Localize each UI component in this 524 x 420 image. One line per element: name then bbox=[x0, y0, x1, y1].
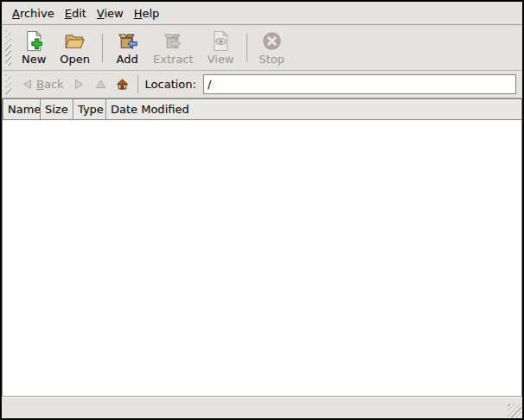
column-header-label: Date Modified bbox=[111, 103, 189, 116]
up-button[interactable] bbox=[90, 75, 112, 93]
main-toolbar: New Open Add bbox=[2, 25, 522, 71]
extract-icon bbox=[163, 29, 184, 53]
file-list-panel: Name Size Type Date Modified bbox=[2, 99, 522, 396]
menu-help[interactable]: Help bbox=[129, 3, 165, 23]
back-button[interactable]: Back bbox=[16, 75, 68, 93]
add-files-icon bbox=[117, 29, 138, 53]
column-header-type[interactable]: Type bbox=[73, 99, 106, 120]
arrow-left-icon bbox=[21, 78, 34, 91]
navbar-separator bbox=[137, 75, 138, 93]
column-header-label: Size bbox=[45, 103, 68, 116]
home-button[interactable] bbox=[112, 75, 133, 93]
navbar-drag-handle[interactable] bbox=[5, 74, 11, 94]
extract-button-label: Extract bbox=[153, 53, 194, 67]
archive-manager-window: Archive Edit View Help New bbox=[0, 0, 524, 420]
menu-edit-label: dit bbox=[72, 7, 86, 20]
toolbar-separator bbox=[102, 34, 103, 62]
column-header-label: Type bbox=[78, 103, 104, 116]
extract-button[interactable]: Extract bbox=[146, 28, 201, 68]
menu-view-label: iew bbox=[104, 7, 123, 20]
stop-icon bbox=[261, 29, 283, 53]
new-button[interactable]: New bbox=[15, 28, 53, 68]
menu-bar: Archive Edit View Help bbox=[2, 2, 522, 25]
location-input[interactable] bbox=[203, 74, 516, 94]
menu-edit[interactable]: Edit bbox=[60, 3, 92, 23]
back-button-label: Back bbox=[36, 78, 64, 91]
menu-archive[interactable]: Archive bbox=[7, 3, 60, 23]
toolbar-separator bbox=[246, 34, 247, 62]
forward-button[interactable] bbox=[68, 75, 90, 93]
stop-button[interactable]: Stop bbox=[252, 28, 292, 68]
menu-archive-label: A bbox=[12, 7, 20, 20]
column-header-size[interactable]: Size bbox=[40, 99, 73, 120]
menu-help-label: elp bbox=[142, 7, 159, 20]
navigation-bar: Back Location: bbox=[2, 71, 522, 99]
column-header-date-modified[interactable]: Date Modified bbox=[105, 99, 272, 120]
arrow-right-icon bbox=[73, 78, 86, 91]
view-file-icon bbox=[210, 29, 232, 53]
arrow-up-icon bbox=[94, 78, 107, 91]
column-header-row: Name Size Type Date Modified bbox=[3, 99, 521, 120]
column-header-name[interactable]: Name bbox=[3, 99, 41, 120]
add-button-label: Add bbox=[117, 53, 138, 67]
open-archive-icon bbox=[64, 29, 86, 53]
add-button[interactable]: Add bbox=[108, 28, 146, 68]
column-header-filler bbox=[271, 99, 521, 120]
open-button-label: Open bbox=[60, 53, 90, 67]
menu-view[interactable]: View bbox=[92, 3, 129, 23]
stop-button-label: Stop bbox=[259, 53, 285, 67]
column-header-label: Name bbox=[8, 103, 41, 116]
open-button[interactable]: Open bbox=[53, 28, 97, 68]
menu-archive-label: rchive bbox=[20, 7, 54, 20]
menu-edit-label: E bbox=[65, 7, 72, 20]
home-icon bbox=[116, 78, 129, 91]
status-bar bbox=[2, 396, 522, 418]
resize-grip[interactable] bbox=[508, 404, 521, 417]
new-archive-icon bbox=[23, 29, 45, 53]
toolbar-drag-handle[interactable] bbox=[5, 30, 11, 66]
file-list-viewport[interactable] bbox=[3, 120, 521, 396]
view-button-label: View bbox=[208, 53, 234, 67]
location-label: Location: bbox=[145, 78, 196, 91]
new-button-label: New bbox=[22, 53, 46, 67]
view-button[interactable]: View bbox=[201, 28, 241, 68]
